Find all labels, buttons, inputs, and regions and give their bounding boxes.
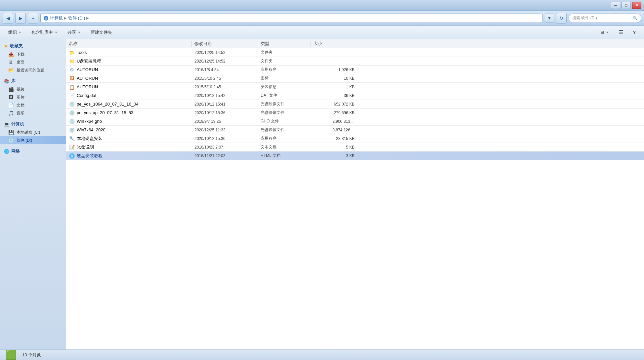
file-size-cell: 1,926 KB [311,68,357,72]
path-drive-d[interactable]: 软件 (D:) [68,15,85,21]
drive-c-icon: 💾 [8,129,14,135]
table-row[interactable]: 💿 Win7x64_2020 2020/12/25 11:32 光盘映像文件 3… [66,126,644,134]
pictures-label: 图片 [17,95,24,100]
maximize-button[interactable]: □ [622,2,631,9]
file-size-cell: 5 KB [311,145,357,150]
sidebar-item-recent[interactable]: 📂 最近访问的位置 [0,66,66,74]
music-icon: 🎵 [8,110,14,116]
table-row[interactable]: 🖼 AUTORUN 2015/5/10 2:45 图标 10 KB [66,74,644,83]
file-date-cell: 2020/10/12 15:41 [192,102,258,107]
sidebar-item-drive-c[interactable]: 💾 本地磁盘 (C:) [0,128,66,136]
table-row[interactable]: ⚙ AUTORUN 2016/1/8 4:54 应用程序 1,926 KB [66,66,644,74]
image-icon: 🖼 [69,75,75,81]
file-type-cell: 图标 [258,75,311,81]
col-header-date[interactable]: 修改日期 [192,41,258,47]
setup-icon: 📋 [69,84,75,90]
file-name-cell: 🌐 硬盘安装教程 [66,153,192,159]
path-computer[interactable]: 计算机 [50,15,63,21]
library-header[interactable]: 📚 库 [0,77,66,85]
view-icon: ⊞ [600,30,604,35]
file-name: Tools [77,50,87,55]
table-row[interactable]: 💿 pe_yqs_1064_20_07_31_16_04 2020/10/12 … [66,100,644,109]
recent-label: 最近访问的位置 [17,68,44,73]
file-date-cell: 2016/11/21 22:03 [192,154,258,158]
table-row[interactable]: 📝 光盘说明 2016/10/23 7:07 文本文档 5 KB [66,143,644,152]
download-label: 下载 [17,52,24,57]
table-row[interactable]: 💿 pe_yqs_xp_20_07_31_15_53 2020/10/12 15… [66,109,644,117]
organize-button[interactable]: 组织 ▼ [4,27,26,37]
table-row[interactable]: 💿 Win7x64.gho 2019/9/7 19:25 GHO 文件 2,90… [66,117,644,126]
video-icon: 🎬 [8,86,14,92]
table-row[interactable]: 📄 Config.dat 2020/10/12 15:42 DAT 文件 36 … [66,91,644,100]
folder-icon: 📁 [69,50,75,56]
sidebar-item-documents[interactable]: 📄 文档 [0,101,66,109]
file-date-cell: 2020/12/25 14:52 [192,59,258,64]
file-size-cell: 28,315 KB [311,136,357,141]
address-dropdown-button[interactable]: ▼ [545,14,554,23]
table-row[interactable]: 📁 U盘安装教程 2020/12/25 14:52 文件夹 [66,57,644,66]
favorites-header[interactable]: ★ 收藏夹 [0,42,66,50]
svg-text:⊕: ⊕ [45,17,47,20]
col-header-type[interactable]: 类型 [258,41,311,47]
sidebar-item-video[interactable]: 🎬 视频 [0,85,66,93]
sidebar-item-download[interactable]: 📥 下载 [0,50,66,58]
txt-icon: 📝 [69,144,75,150]
network-header[interactable]: 🌐 网络 [0,147,66,156]
file-name: U盘安装教程 [77,58,101,64]
sidebar-item-pictures[interactable]: 🖼 图片 [0,93,66,101]
refresh-button[interactable]: ↻ [556,13,567,23]
include-library-button[interactable]: 包含到库中 ▼ [27,27,62,37]
sidebar-item-drive-d[interactable]: 💿 软件 (D:) [0,136,66,144]
table-row[interactable]: 🔧 本地硬盘安装 2020/10/12 15:30 应用程序 28,315 KB [66,134,644,143]
table-row[interactable]: 📋 AUTORUN 2015/5/10 2:45 安装信息 1 KB [66,83,644,91]
file-name-cell: 💿 Win7x64.gho [66,118,192,124]
file-name: pe_yqs_1064_20_07_31_16_04 [77,102,139,107]
path-icon: ⊕ [43,16,49,21]
file-date-cell: 2020/12/25 11:32 [192,128,258,132]
up-button[interactable]: ▲ [28,13,38,23]
table-row[interactable]: 🌐 硬盘安装教程 2016/11/21 22:03 HTML 文档 3 KB [66,152,644,160]
file-name: 光盘说明 [77,144,94,150]
sidebar-item-music[interactable]: 🎵 音乐 [0,109,66,117]
file-type-cell: 光盘映像文件 [258,101,311,107]
details-view-button[interactable]: ☰ [614,27,627,37]
share-label: 共享 [67,29,76,35]
file-name: pe_yqs_xp_20_07_31_15_53 [77,110,133,115]
file-type-cell: DAT 文件 [258,93,311,98]
share-dropdown-icon: ▼ [78,31,81,34]
file-size-cell: 652,072 KB [311,102,357,107]
computer-header[interactable]: 💻 计算机 [0,120,66,128]
file-date-cell: 2020/10/12 15:36 [192,111,258,115]
help-button[interactable]: ? [629,27,640,37]
back-button[interactable]: ◀ [3,13,13,23]
new-folder-button[interactable]: 新建文件夹 [86,27,116,37]
file-name: Win7x64_2020 [77,127,106,132]
file-date-cell: 2015/5/10 2:45 [192,85,258,89]
search-icon: 🔍 [633,16,638,21]
forward-button[interactable]: ▶ [15,13,26,23]
table-row[interactable]: 📁 Tools 2020/12/25 14:52 文件夹 [66,48,644,57]
column-header: 名称 修改日期 类型 大小 [66,39,644,48]
file-size-cell: 2,900,813 ... [311,119,357,124]
file-name-cell: 📁 Tools [66,50,192,56]
file-name: Win7x64.gho [77,119,102,124]
documents-icon: 📄 [8,102,14,108]
view-button[interactable]: ⊞ ▼ [596,27,613,37]
gho-icon: 💿 [69,118,75,124]
minimize-button[interactable]: ─ [611,2,620,9]
search-box[interactable]: 搜索 软件 (D:) 🔍 [569,14,641,23]
file-date-cell: 2016/1/8 4:54 [192,68,258,72]
address-bar: ◀ ▶ ▲ ⊕ 计算机 ▶ 软件 (D:) ▶ ▼ ↻ 搜索 软件 (D:) 🔍 [0,11,644,26]
col-header-size[interactable]: 大小 [311,41,357,47]
desktop-icon: 🖥 [8,59,14,65]
documents-label: 文档 [17,103,24,108]
share-button[interactable]: 共享 ▼ [63,27,85,37]
file-type-cell: 光盘映像文件 [258,110,311,115]
download-icon: 📥 [8,51,14,57]
organize-dropdown-icon: ▼ [19,31,21,34]
file-name: Config.dat [77,93,96,98]
toolbar: 组织 ▼ 包含到库中 ▼ 共享 ▼ 新建文件夹 ⊞ ▼ ☰ ? [0,26,644,39]
col-header-name[interactable]: 名称 [66,41,192,47]
sidebar-item-desktop[interactable]: 🖥 桌面 [0,58,66,66]
close-button[interactable]: ✕ [632,2,641,9]
